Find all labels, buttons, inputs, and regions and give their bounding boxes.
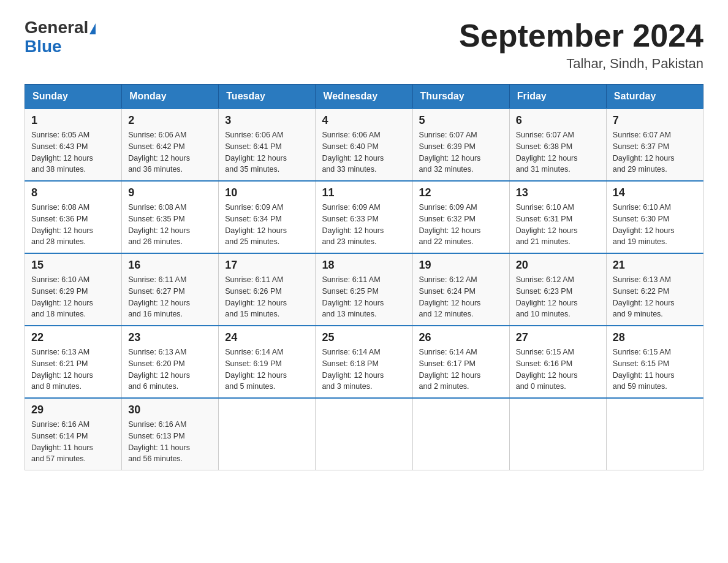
location: Talhar, Sindh, Pakistan (459, 56, 703, 72)
day-cell-25: 25Sunrise: 6:14 AMSunset: 6:18 PMDayligh… (316, 326, 412, 398)
month-title: September 2024 (459, 18, 703, 53)
day-info: Sunrise: 6:11 AMSunset: 6:26 PMDaylight:… (225, 274, 309, 320)
day-info: Sunrise: 6:08 AMSunset: 6:35 PMDaylight:… (128, 202, 212, 248)
day-cell-16: 16Sunrise: 6:11 AMSunset: 6:27 PMDayligh… (122, 253, 219, 326)
day-number: 15 (31, 259, 115, 272)
logo-triangle-icon (89, 23, 96, 34)
day-info: Sunrise: 6:16 AMSunset: 6:13 PMDaylight:… (128, 419, 212, 465)
empty-cell (509, 398, 606, 470)
day-number: 25 (322, 331, 406, 344)
empty-cell (412, 398, 509, 470)
day-cell-3: 3Sunrise: 6:06 AMSunset: 6:41 PMDaylight… (219, 109, 316, 181)
day-number: 28 (613, 331, 697, 344)
day-cell-7: 7Sunrise: 6:07 AMSunset: 6:37 PMDaylight… (606, 109, 703, 181)
day-cell-12: 12Sunrise: 6:09 AMSunset: 6:32 PMDayligh… (412, 181, 509, 253)
day-number: 10 (225, 186, 309, 199)
week-row-5: 29Sunrise: 6:16 AMSunset: 6:14 PMDayligh… (25, 398, 703, 470)
day-number: 26 (419, 331, 503, 344)
day-cell-30: 30Sunrise: 6:16 AMSunset: 6:13 PMDayligh… (122, 398, 219, 470)
day-info: Sunrise: 6:05 AMSunset: 6:43 PMDaylight:… (31, 129, 115, 175)
day-info: Sunrise: 6:06 AMSunset: 6:40 PMDaylight:… (322, 129, 406, 175)
day-number: 7 (613, 114, 697, 127)
day-number: 23 (128, 331, 212, 344)
day-info: Sunrise: 6:15 AMSunset: 6:16 PMDaylight:… (516, 347, 600, 393)
day-info: Sunrise: 6:14 AMSunset: 6:18 PMDaylight:… (322, 347, 406, 393)
day-cell-21: 21Sunrise: 6:13 AMSunset: 6:22 PMDayligh… (606, 253, 703, 326)
day-cell-24: 24Sunrise: 6:14 AMSunset: 6:19 PMDayligh… (219, 326, 316, 398)
day-info: Sunrise: 6:16 AMSunset: 6:14 PMDaylight:… (31, 419, 115, 465)
day-cell-14: 14Sunrise: 6:10 AMSunset: 6:30 PMDayligh… (606, 181, 703, 253)
day-cell-23: 23Sunrise: 6:13 AMSunset: 6:20 PMDayligh… (122, 326, 219, 398)
day-info: Sunrise: 6:09 AMSunset: 6:33 PMDaylight:… (322, 202, 406, 248)
logo-text: General Blue (25, 18, 96, 56)
day-number: 12 (419, 186, 503, 199)
day-number: 18 (322, 259, 406, 272)
day-info: Sunrise: 6:11 AMSunset: 6:25 PMDaylight:… (322, 274, 406, 320)
day-number: 30 (128, 404, 212, 416)
day-cell-9: 9Sunrise: 6:08 AMSunset: 6:35 PMDaylight… (122, 181, 219, 253)
day-info: Sunrise: 6:06 AMSunset: 6:42 PMDaylight:… (128, 129, 212, 175)
day-number: 1 (31, 114, 115, 127)
day-info: Sunrise: 6:14 AMSunset: 6:17 PMDaylight:… (419, 347, 503, 393)
day-info: Sunrise: 6:10 AMSunset: 6:31 PMDaylight:… (516, 202, 600, 248)
day-info: Sunrise: 6:09 AMSunset: 6:32 PMDaylight:… (419, 202, 503, 248)
day-number: 19 (419, 259, 503, 272)
col-header-sunday: Sunday (25, 85, 122, 109)
day-number: 24 (225, 331, 309, 344)
calendar-table: SundayMondayTuesdayWednesdayThursdayFrid… (25, 84, 703, 470)
col-header-saturday: Saturday (606, 85, 703, 109)
day-number: 20 (516, 259, 600, 272)
day-number: 16 (128, 259, 212, 272)
title-area: September 2024 Talhar, Sindh, Pakistan (459, 18, 703, 72)
day-info: Sunrise: 6:06 AMSunset: 6:41 PMDaylight:… (225, 129, 309, 175)
day-cell-11: 11Sunrise: 6:09 AMSunset: 6:33 PMDayligh… (316, 181, 412, 253)
day-number: 17 (225, 259, 309, 272)
day-cell-2: 2Sunrise: 6:06 AMSunset: 6:42 PMDaylight… (122, 109, 219, 181)
day-cell-6: 6Sunrise: 6:07 AMSunset: 6:38 PMDaylight… (509, 109, 606, 181)
week-row-1: 1Sunrise: 6:05 AMSunset: 6:43 PMDaylight… (25, 109, 703, 181)
day-info: Sunrise: 6:07 AMSunset: 6:37 PMDaylight:… (613, 129, 697, 175)
day-cell-17: 17Sunrise: 6:11 AMSunset: 6:26 PMDayligh… (219, 253, 316, 326)
col-header-thursday: Thursday (412, 85, 509, 109)
day-number: 22 (31, 331, 115, 344)
day-cell-4: 4Sunrise: 6:06 AMSunset: 6:40 PMDaylight… (316, 109, 412, 181)
day-cell-1: 1Sunrise: 6:05 AMSunset: 6:43 PMDaylight… (25, 109, 122, 181)
day-cell-15: 15Sunrise: 6:10 AMSunset: 6:29 PMDayligh… (25, 253, 122, 326)
day-cell-18: 18Sunrise: 6:11 AMSunset: 6:25 PMDayligh… (316, 253, 412, 326)
day-number: 14 (613, 186, 697, 199)
day-cell-20: 20Sunrise: 6:12 AMSunset: 6:23 PMDayligh… (509, 253, 606, 326)
day-number: 4 (322, 114, 406, 127)
day-info: Sunrise: 6:12 AMSunset: 6:24 PMDaylight:… (419, 274, 503, 320)
empty-cell (219, 398, 316, 470)
day-cell-27: 27Sunrise: 6:15 AMSunset: 6:16 PMDayligh… (509, 326, 606, 398)
day-number: 3 (225, 114, 309, 127)
empty-cell (316, 398, 412, 470)
calendar-header-row: SundayMondayTuesdayWednesdayThursdayFrid… (25, 85, 703, 109)
day-info: Sunrise: 6:15 AMSunset: 6:15 PMDaylight:… (613, 347, 697, 393)
day-info: Sunrise: 6:10 AMSunset: 6:30 PMDaylight:… (613, 202, 697, 248)
day-info: Sunrise: 6:07 AMSunset: 6:38 PMDaylight:… (516, 129, 600, 175)
day-number: 27 (516, 331, 600, 344)
logo-blue: Blue (25, 37, 62, 56)
day-cell-13: 13Sunrise: 6:10 AMSunset: 6:31 PMDayligh… (509, 181, 606, 253)
day-info: Sunrise: 6:07 AMSunset: 6:39 PMDaylight:… (419, 129, 503, 175)
col-header-friday: Friday (509, 85, 606, 109)
day-info: Sunrise: 6:13 AMSunset: 6:22 PMDaylight:… (613, 274, 697, 320)
week-row-4: 22Sunrise: 6:13 AMSunset: 6:21 PMDayligh… (25, 326, 703, 398)
logo: General Blue (25, 18, 96, 56)
day-number: 6 (516, 114, 600, 127)
day-info: Sunrise: 6:13 AMSunset: 6:20 PMDaylight:… (128, 347, 212, 393)
day-number: 5 (419, 114, 503, 127)
day-info: Sunrise: 6:10 AMSunset: 6:29 PMDaylight:… (31, 274, 115, 320)
day-info: Sunrise: 6:09 AMSunset: 6:34 PMDaylight:… (225, 202, 309, 248)
day-number: 9 (128, 186, 212, 199)
day-number: 8 (31, 186, 115, 199)
day-cell-26: 26Sunrise: 6:14 AMSunset: 6:17 PMDayligh… (412, 326, 509, 398)
logo-general: General (25, 18, 88, 37)
day-info: Sunrise: 6:12 AMSunset: 6:23 PMDaylight:… (516, 274, 600, 320)
week-row-2: 8Sunrise: 6:08 AMSunset: 6:36 PMDaylight… (25, 181, 703, 253)
day-cell-28: 28Sunrise: 6:15 AMSunset: 6:15 PMDayligh… (606, 326, 703, 398)
col-header-wednesday: Wednesday (316, 85, 412, 109)
day-info: Sunrise: 6:14 AMSunset: 6:19 PMDaylight:… (225, 347, 309, 393)
col-header-tuesday: Tuesday (219, 85, 316, 109)
